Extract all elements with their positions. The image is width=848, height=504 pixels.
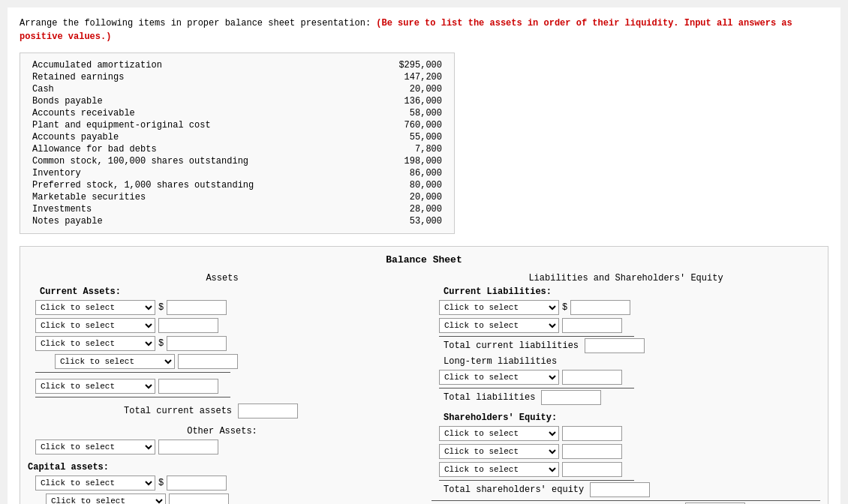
total-liab-input[interactable] (541, 390, 601, 405)
total-current-assets-input[interactable] (238, 404, 298, 418)
se-row-2: Click to select (439, 444, 820, 459)
other-asset-input-1[interactable] (158, 440, 218, 454)
item-value: 58,000 (371, 107, 445, 119)
item-label: Bonds payable (29, 95, 371, 107)
item-label: Allowance for bad debts (29, 143, 371, 155)
capital-asset-input-2[interactable] (169, 494, 229, 504)
divider-7 (439, 480, 634, 481)
item-label: Investments (29, 203, 371, 215)
capital-asset-input-1[interactable] (167, 476, 227, 490)
item-label: Plant and equipment-original cost (29, 119, 371, 131)
table-row: Notes payable53,000 (29, 215, 445, 227)
current-asset-select-4[interactable]: Click to select (55, 354, 175, 369)
total-curr-liab-row: Total current liabilities (444, 338, 820, 353)
current-asset-input-5[interactable] (158, 379, 218, 394)
table-row: Accounts payable55,000 (29, 131, 445, 143)
table-row: Plant and equipment-original cost760,000 (29, 119, 445, 131)
long-term-input-1[interactable] (562, 370, 622, 385)
se-row-3: Click to select (439, 462, 820, 477)
item-value: 147,200 (371, 71, 445, 83)
item-label: Preferred stock, 1,000 shares outstandin… (29, 179, 371, 191)
item-label: Accounts receivable (29, 107, 371, 119)
table-row: Retained earnings147,200 (29, 71, 445, 83)
curr-liab-input-1[interactable] (570, 300, 630, 315)
long-term-select-1[interactable]: Click to select (439, 370, 559, 385)
other-assets-label: Other Assets: (28, 426, 416, 436)
capital-assets-label: Capital assets: (28, 462, 416, 472)
current-asset-row-4: Click to select (55, 354, 416, 369)
curr-liab-row-2: Click to select (439, 318, 820, 333)
table-row: Inventory86,000 (29, 167, 445, 179)
current-asset-select-3[interactable]: Click to select (35, 336, 155, 351)
total-liab-label: Total liabilities (444, 392, 535, 403)
current-asset-select-1[interactable]: Click to select (35, 300, 155, 315)
long-term-row-1: Click to select (439, 370, 820, 385)
table-row: Cash20,000 (29, 83, 445, 95)
instructions: Arrange the following items in proper ba… (20, 16, 828, 44)
assets-section: Assets Current Assets: Click to select $… (28, 273, 416, 504)
divider-2 (35, 397, 230, 398)
divider-5 (439, 336, 634, 337)
table-row: Preferred stock, 1,000 shares outstandin… (29, 179, 445, 191)
balance-sheet: Balance Sheet Assets Current Assets: Cli… (20, 246, 828, 504)
current-asset-input-3[interactable] (167, 336, 227, 351)
table-row: Allowance for bad debts7,800 (29, 143, 445, 155)
capital-asset-row-2: Click to select (46, 494, 416, 504)
curr-liab-row-1: Click to select $ (439, 300, 820, 315)
item-value: 20,000 (371, 191, 445, 203)
total-current-assets-row: Current Assets: Total current assets (40, 404, 416, 418)
item-label: Cash (29, 83, 371, 95)
item-value: 53,000 (371, 215, 445, 227)
current-asset-select-5[interactable]: Click to select (35, 379, 155, 394)
se-select-3[interactable]: Click to select (439, 462, 559, 477)
item-value: $295,000 (371, 59, 445, 71)
other-asset-row-1: Click to select (35, 440, 416, 454)
item-value: 20,000 (371, 83, 445, 95)
table-row: Common stock, 100,000 shares outstanding… (29, 155, 445, 167)
item-label: Marketable securities (29, 191, 371, 203)
long-term-label: Long-term liabilities (444, 356, 820, 367)
assets-label: Assets (28, 273, 416, 284)
current-asset-input-2[interactable] (158, 318, 218, 333)
curr-liab-select-2[interactable]: Click to select (439, 318, 559, 333)
item-value: 136,000 (371, 95, 445, 107)
total-liab-row: Total liabilities (444, 390, 820, 405)
item-label: Accounts payable (29, 131, 371, 143)
item-value: 86,000 (371, 167, 445, 179)
curr-liab-input-2[interactable] (562, 318, 622, 333)
capital-asset-row-1: Click to select $ (35, 476, 416, 490)
item-label: Notes payable (29, 215, 371, 227)
total-curr-liab-input[interactable] (585, 338, 645, 353)
data-table: Accumulated amortization$295,000Retained… (20, 52, 455, 234)
current-asset-row-1: Click to select $ (35, 300, 416, 315)
item-value: 198,000 (371, 155, 445, 167)
se-select-1[interactable]: Click to select (439, 426, 559, 441)
current-assets-label: Current Assets: (40, 286, 416, 297)
total-ca-text: Total current assets (124, 406, 232, 416)
total-se-row: Total shareholders' equity (444, 482, 820, 497)
other-asset-select-1[interactable]: Click to select (35, 440, 155, 454)
capital-asset-select-1[interactable]: Click to select (35, 476, 155, 490)
liabilities-label: Liabilities and Shareholders' Equity (432, 273, 820, 284)
total-curr-liab-label: Total current liabilities (444, 340, 579, 351)
se-input-1[interactable] (562, 426, 622, 441)
current-asset-select-2[interactable]: Click to select (35, 318, 155, 333)
divider-8 (432, 500, 820, 501)
current-asset-input-4[interactable] (178, 354, 238, 369)
balance-sheet-title: Balance Sheet (28, 254, 820, 266)
capital-asset-select-2[interactable]: Click to select (46, 494, 166, 504)
se-select-2[interactable]: Click to select (439, 444, 559, 459)
current-asset-input-1[interactable] (167, 300, 227, 315)
item-value: 80,000 (371, 179, 445, 191)
curr-liab-select-1[interactable]: Click to select (439, 300, 559, 315)
item-value: 760,000 (371, 119, 445, 131)
se-input-2[interactable] (562, 444, 622, 459)
item-label: Inventory (29, 167, 371, 179)
current-asset-row-2: Click to select (35, 318, 416, 333)
item-label: Common stock, 100,000 shares outstanding (29, 155, 371, 167)
table-row: Accounts receivable58,000 (29, 107, 445, 119)
long-term-text: Long-term liabilities (444, 356, 557, 367)
liabilities-section: Liabilities and Shareholders' Equity Cur… (432, 273, 820, 504)
total-se-input[interactable] (590, 482, 650, 497)
se-input-3[interactable] (562, 462, 622, 477)
